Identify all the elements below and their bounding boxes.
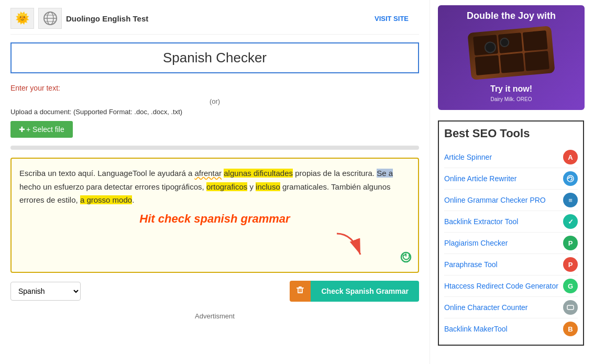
ad-banner-title: Double the Joy with xyxy=(438,10,585,21)
tool-item-backlink-extractor: Backlink Extractor Tool ✓ xyxy=(444,211,578,233)
globe-icon xyxy=(43,11,58,26)
trash-icon xyxy=(296,286,304,294)
svg-rect-10 xyxy=(299,289,300,292)
progress-bar-container xyxy=(10,146,419,150)
ad-brand: Dairy Milk. OREO xyxy=(491,96,532,102)
globe-logo xyxy=(38,8,62,29)
tool-link-plagiarism-checker[interactable]: Plagiarism Checker xyxy=(444,239,508,247)
tool-item-article-spinner: Article Spinner A xyxy=(444,147,578,168)
svg-rect-8 xyxy=(296,288,304,289)
hit-check-message: Hit check spanish grammar xyxy=(19,212,410,226)
title-box: Spanish Checker xyxy=(10,42,419,73)
or-label: (or) xyxy=(10,97,419,105)
tool-icon-grammar-checker: ≡ xyxy=(563,193,578,207)
highlight-sea: Se a xyxy=(377,169,393,178)
language-select[interactable]: Spanish English French German Portuguese… xyxy=(10,282,81,301)
ad-try-now: Try it now! xyxy=(490,84,532,94)
highlight-afrentar: afrentar xyxy=(194,169,222,178)
tool-link-article-rewriter[interactable]: Online Article Rewriter xyxy=(444,174,517,183)
site-name: Duolingo English Test xyxy=(66,14,148,23)
logo-placeholder: 🌞 xyxy=(10,8,34,29)
tool-icon-htaccess: G xyxy=(563,279,578,293)
tool-icon-article-rewriter xyxy=(563,171,578,186)
tool-item-paraphrase-tool: Paraphrase Tool P xyxy=(444,254,578,275)
page-title: Spanish Checker xyxy=(18,50,412,66)
refresh-button[interactable] xyxy=(400,251,412,266)
highlight-algunas: algunas dificultades xyxy=(224,169,293,178)
tool-item-article-rewriter: Online Article Rewriter xyxy=(444,168,578,190)
tool-icon-paraphrase-tool: P xyxy=(563,257,578,272)
bottom-controls: Spanish English French German Portuguese… xyxy=(10,281,419,302)
top-bar: 🌞 Duolingo English Test VISIT SITE xyxy=(10,5,419,35)
svg-rect-11 xyxy=(300,289,301,292)
tool-item-plagiarism-checker: Plagiarism Checker P xyxy=(444,233,578,254)
tool-link-paraphrase-tool[interactable]: Paraphrase Tool xyxy=(444,260,498,269)
highlight-ortograficos: ortograficos xyxy=(206,182,247,191)
tool-icon-char-counter xyxy=(563,300,578,315)
ad-banner: Double the Joy with Tr xyxy=(438,5,585,110)
tool-link-article-spinner[interactable]: Article Spinner xyxy=(444,153,492,161)
check-grammar-button[interactable]: Check Spanish Grammar xyxy=(311,281,419,302)
tool-link-grammar-checker[interactable]: Online Grammar Checker PRO xyxy=(444,196,546,204)
tool-item-backlink-maker: Backlink MakerTool B xyxy=(444,318,578,339)
svg-rect-12 xyxy=(301,289,302,292)
tool-item-htaccess: Htaccess Redirect Code Generator G xyxy=(444,275,578,297)
tool-item-char-counter: Online Character Counter xyxy=(444,297,578,318)
highlight-agrosso: a grosso modo xyxy=(80,195,132,204)
enter-text-label: Enter your text: xyxy=(10,84,419,92)
svg-rect-9 xyxy=(299,286,302,288)
arrow-indicator xyxy=(19,231,410,262)
tool-link-backlink-extractor[interactable]: Backlink Extractor Tool xyxy=(444,217,518,226)
tool-link-htaccess[interactable]: Htaccess Redirect Code Generator xyxy=(444,282,558,290)
advertisement-label: Advertisment xyxy=(10,312,419,320)
tool-link-char-counter[interactable]: Online Character Counter xyxy=(444,303,528,312)
text-editor-area[interactable]: Escriba un texto aquí. LanguageTool le a… xyxy=(10,158,419,273)
svg-rect-15 xyxy=(567,305,574,310)
plus-icon: ✚ xyxy=(19,125,25,134)
tool-icon-backlink-extractor: ✓ xyxy=(563,214,578,229)
tool-item-grammar-checker: Online Grammar Checker PRO ≡ xyxy=(444,190,578,211)
trash-button[interactable] xyxy=(290,281,311,302)
editor-text: Escriba un texto aquí. LanguageTool le a… xyxy=(19,167,410,207)
select-file-button[interactable]: ✚ + Select file xyxy=(10,121,73,138)
visit-site-link[interactable]: VISIT SITE xyxy=(375,15,409,23)
seo-tools-box: Best SEO Tools Article Spinner A Online … xyxy=(438,120,584,346)
sidebar: Double the Joy with Tr xyxy=(430,0,592,364)
tool-icon-article-spinner: A xyxy=(563,150,578,164)
upload-label: Upload a document: (Supported Format: .d… xyxy=(10,108,419,116)
seo-tools-title: Best SEO Tools xyxy=(444,127,578,140)
tool-link-backlink-maker[interactable]: Backlink MakerTool xyxy=(444,325,508,333)
highlight-incluso: incluso xyxy=(256,182,280,191)
tool-icon-plagiarism-checker: P xyxy=(563,236,578,250)
refresh-icon xyxy=(400,251,412,263)
tool-icon-backlink-maker: B xyxy=(563,322,578,336)
